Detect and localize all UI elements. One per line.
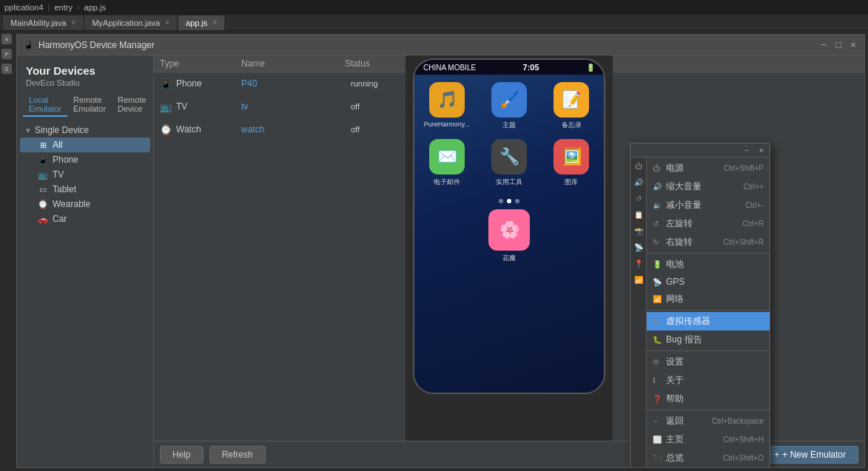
ctx-minimize-button[interactable]: − <box>741 145 752 155</box>
ctx-titlebar: − × <box>630 143 770 157</box>
main-panel: 📱 HarmonyOS Device Manager − □ × Your De… <box>13 31 868 471</box>
phone-emulator-area: CHINA MOBILE 7:05 🔋 🎵 PureHarmony... <box>406 55 613 467</box>
app-icon-pureharmony[interactable]: 🎵 PureHarmony... <box>420 82 474 130</box>
ctx-icon-vol[interactable]: 🔊 <box>633 177 644 187</box>
ctx-icon-sensor[interactable]: 📡 <box>633 242 644 252</box>
close-button[interactable]: × <box>848 40 858 50</box>
ctx-item-battery[interactable]: 🔋 电池 <box>647 255 770 274</box>
ctx-item-help[interactable]: ❓ 帮助 <box>647 390 770 408</box>
ctx-item-left: ↻ 右旋转 <box>653 236 693 248</box>
ctx-item-gps[interactable]: 📡 GPS <box>647 274 770 290</box>
tablet-icon: ▭ <box>38 184 48 194</box>
tree-item-label: TV <box>53 169 64 180</box>
device-name-link[interactable]: watch <box>241 124 264 135</box>
dm-content: Your Devices DevEco Studio Local Emulato… <box>17 55 864 467</box>
ctx-icon-screenshot[interactable]: 📸 <box>633 226 644 236</box>
phone-frame: CHINA MOBILE 7:05 🔋 🎵 PureHarmony... <box>413 58 605 394</box>
ctx-icon-power[interactable]: ⏻ <box>633 160 644 171</box>
ctx-item-left: ℹ 关于 <box>653 374 684 387</box>
ctx-item-bug-report[interactable]: 🐛 Bug 报告 <box>647 331 770 349</box>
settings-icon: ⚙ <box>653 358 662 366</box>
ctx-item-power[interactable]: ⏻ 电源 Ctrl+Shift+P <box>647 159 770 177</box>
app-icon-gallery[interactable]: 🖼️ 图库 <box>545 139 598 187</box>
ctx-item-settings[interactable]: ⚙ 设置 <box>647 353 770 371</box>
ctx-item-virtual-sensor[interactable]: ⚙ 虚拟传感器 <box>647 312 770 331</box>
ctx-icon-rotate[interactable]: ↺ <box>633 193 644 203</box>
dm-titlebar: 📱 HarmonyOS Device Manager − □ × <box>17 35 864 55</box>
ctx-item-back[interactable]: ← 返回 Ctrl+Backspace <box>647 412 770 430</box>
ctx-item-rotate-left[interactable]: ↺ 左旋转 Ctrl+R <box>647 214 770 233</box>
structure-icon[interactable]: S <box>1 64 12 74</box>
bottom-app-row: 🌸 花瓣 <box>420 209 598 263</box>
ctx-item-about[interactable]: ℹ 关于 <box>647 371 770 390</box>
ctx-item-label: 帮助 <box>666 393 684 405</box>
close-icon[interactable]: × <box>72 18 76 27</box>
remote-device-tab[interactable]: Remote Device <box>112 93 152 117</box>
ctx-item-left: ← 返回 <box>653 415 684 427</box>
phone-screen[interactable]: 🎵 PureHarmony... 🖌️ 主题 📝 <box>414 75 604 393</box>
close-icon[interactable]: × <box>212 18 217 27</box>
ctx-item-label: 返回 <box>666 415 684 427</box>
ctx-item-vol-down[interactable]: 🔉 减小音量 Ctrl+- <box>647 196 770 214</box>
ctx-icon-wifi[interactable]: 📶 <box>633 274 644 285</box>
ctx-item-vol-up[interactable]: 🔊 缩大音量 Ctrl++ <box>647 177 770 196</box>
app-icon-theme[interactable]: 🖌️ 主题 <box>482 82 536 130</box>
app-icon-email[interactable]: ✉️ 电子邮件 <box>420 139 474 187</box>
single-device-header[interactable]: ▼ Single Device <box>20 123 150 138</box>
tab-my-application[interactable]: MyApplication.java × <box>84 16 177 30</box>
tab-app-js[interactable]: app.js × <box>178 16 224 30</box>
ctx-item-overview[interactable]: ⬛ 总览 Ctrl+Shift+O <box>647 449 770 467</box>
tree-item-car[interactable]: 🚗 Car <box>20 211 150 226</box>
app-icon-memo[interactable]: 📝 备忘录 <box>545 82 598 130</box>
tab-bar: MainAbility.java × MyApplication.java × … <box>0 15 868 31</box>
device-name-link[interactable]: tv <box>241 101 248 112</box>
app-icon-img: 🌸 <box>488 209 530 251</box>
ctx-close-button[interactable]: × <box>756 145 767 155</box>
tree-item-all[interactable]: ⊞ All <box>20 138 150 152</box>
ctx-item-left: 🔊 缩大音量 <box>653 180 702 193</box>
deveco-subtitle: DevEco Studio <box>26 78 144 87</box>
dot <box>515 199 519 203</box>
tab-main-ability[interactable]: MainAbility.java × <box>3 16 83 30</box>
ctx-item-left: ⬛ 总览 <box>653 452 684 464</box>
tree-item-wearable[interactable]: ⌚ Wearable <box>20 197 150 211</box>
ctx-menu-items: ⏻ 电源 Ctrl+Shift+P 🔊 缩大音量 <box>647 157 770 467</box>
sidebar-toggle-icon[interactable]: ≡ <box>1 34 12 44</box>
tree-item-label: Car <box>53 214 67 224</box>
tree-item-tablet[interactable]: ▭ Tablet <box>20 182 150 197</box>
minimize-button[interactable]: − <box>818 40 829 50</box>
ctx-divider <box>647 410 770 410</box>
device-manager-window: 📱 HarmonyOS Device Manager − □ × Your De… <box>16 34 865 468</box>
app-icon-tools[interactable]: 🔧 实用工具 <box>482 139 536 187</box>
local-emulator-tab[interactable]: Local Emulator <box>23 93 67 117</box>
tree-item-tv[interactable]: 📺 TV <box>20 167 150 182</box>
ctx-item-network[interactable]: 📶 网络 <box>647 290 770 308</box>
ctx-item-left: ⏻ 电源 <box>653 162 684 174</box>
app-icon-flower[interactable]: 🌸 花瓣 <box>488 209 530 263</box>
maximize-button[interactable]: □ <box>833 40 844 50</box>
refresh-button[interactable]: Refresh <box>209 446 266 464</box>
status-badge: off <box>345 101 366 112</box>
ctx-item-rotate-right[interactable]: ↻ 右旋转 Ctrl+Shift+R <box>647 233 770 251</box>
ctx-icon-copy[interactable]: 📋 <box>633 209 644 220</box>
right-panel: Type Name Status Actions 📱 Phone <box>154 55 864 467</box>
remote-emulator-tab[interactable]: Remote Emulator <box>67 93 112 117</box>
help-button[interactable]: Help <box>160 446 203 464</box>
tree-item-phone[interactable]: 📱 Phone <box>20 152 150 167</box>
harmony-icon: 📱 <box>23 40 34 50</box>
ctx-shortcut: Ctrl+Shift+O <box>723 454 764 462</box>
ctx-icon-location[interactable]: 📍 <box>633 258 644 268</box>
ctx-item-label: 设置 <box>666 356 684 368</box>
device-name-link[interactable]: P40 <box>241 78 257 89</box>
app-icon-img: 🔧 <box>491 139 527 174</box>
ctx-shortcut: Ctrl+Shift+R <box>724 238 764 246</box>
ctx-item-label: 左旋转 <box>666 217 693 230</box>
row-name-tv: tv <box>241 101 345 112</box>
close-icon[interactable]: × <box>165 18 169 27</box>
ctx-item-home[interactable]: ⬜ 主页 Ctrl+Shift+H <box>647 430 770 449</box>
project-icon[interactable]: P <box>1 49 12 59</box>
row-name-watch: watch <box>241 124 345 135</box>
new-emulator-button[interactable]: + + New Emulator <box>761 446 858 464</box>
app-label: PureHarmony... <box>424 121 470 128</box>
group-label: Single Device <box>35 125 89 135</box>
